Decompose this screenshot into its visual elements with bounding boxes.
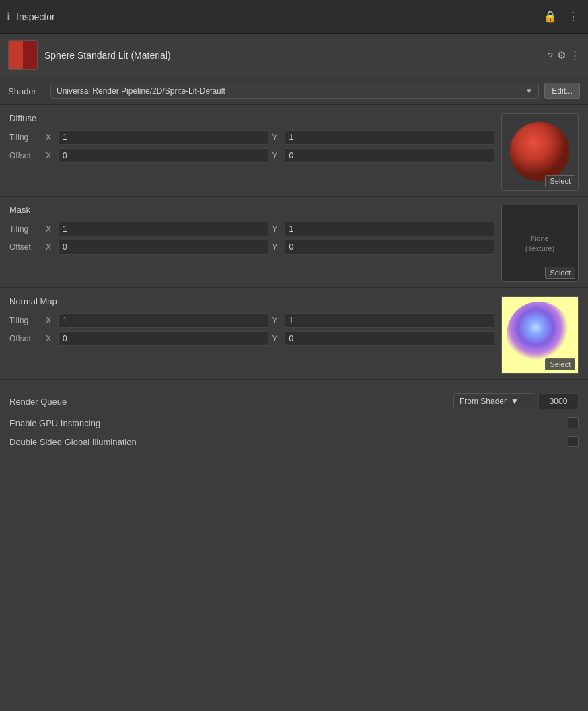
normal-map-tiling-y-input[interactable] [285,313,495,328]
inspector-body: Diffuse Tiling X Y Offset X Y [0,105,588,660]
inspector-title: Inspector [16,11,55,22]
mask-offset-x-input[interactable] [58,240,268,255]
material-icon [8,40,38,70]
normal-map-offset-x-input[interactable] [58,331,268,346]
mask-tiling-y-input[interactable] [285,222,495,236]
normal-map-offset-row: Offset X Y [9,331,494,346]
normal-map-offset-y-label: Y [272,334,281,343]
diffuse-offset-x-input[interactable] [58,148,268,163]
diffuse-section: Diffuse Tiling X Y Offset X Y [0,105,588,197]
dropdown-arrow-icon: ▼ [525,86,533,96]
diffuse-label: Diffuse [9,113,36,123]
diffuse-tiling-y-label: Y [272,133,281,142]
material-info: Sphere Standard Lit (Material) [44,50,541,61]
mask-texture-preview: None (Texture) Select [501,205,579,282]
diffuse-tiling-x-label: X [46,133,54,142]
more-options-button[interactable]: ⋮ [565,9,581,24]
render-queue-dropdown-arrow-icon: ▼ [511,397,519,406]
normal-map-tiling-x-input[interactable] [58,313,268,328]
diffuse-tiling-rows: Diffuse Tiling X Y Offset X Y [9,113,494,166]
mask-tiling-label: Tiling [9,224,42,234]
normal-map-label: Normal Map [9,296,57,306]
normal-map-offset-x-label: X [46,334,54,343]
normal-map-texture-preview: Select [501,296,579,374]
overflow-button[interactable]: ⋮ [570,49,580,61]
diffuse-tiling-y-input[interactable] [285,130,495,145]
render-queue-label: Render Queue [9,397,448,407]
mask-offset-row: Offset X Y [9,240,494,255]
diffuse-offset-x-label: X [46,151,54,160]
edit-shader-button[interactable]: Edit... [544,83,580,99]
info-icon: ℹ [7,11,11,23]
svg-point-3 [507,302,571,366]
gpu-instancing-label: Enable GPU Instancing [9,418,562,428]
render-queue-value: 3000 [538,393,579,409]
shader-label: Shader [8,86,45,96]
help-button[interactable]: ? [548,50,553,61]
mask-offset-y-label: Y [272,242,281,252]
mask-offset-x-label: X [46,242,54,252]
settings-button[interactable]: ⚙ [557,49,566,61]
gpu-instancing-row: Enable GPU Instancing [9,413,579,432]
render-queue-row: Render Queue From Shader ▼ 3000 [9,389,579,413]
lock-button[interactable]: 🔒 [541,9,560,24]
mask-tiling-row: Tiling X Y [9,222,494,236]
gpu-instancing-checkbox[interactable] [568,417,579,428]
double-sided-gi-label: Double Sided Global Illumination [9,437,562,447]
material-name: Sphere Standard Lit (Material) [44,50,541,61]
double-sided-gi-checkbox[interactable] [568,436,579,447]
diffuse-offset-label: Offset [9,151,42,160]
normal-map-offset-y-input[interactable] [285,331,495,346]
normal-map-tiling-row: Tiling X Y [9,313,494,328]
mask-tiling-y-label: Y [272,224,281,234]
diffuse-tiling-x-input[interactable] [58,130,268,145]
diffuse-offset-row: Offset X Y [9,148,494,163]
mask-label: Mask [9,205,30,215]
shader-dropdown-value: Universal Render Pipeline/2D/Sprite-Lit-… [57,86,225,96]
diffuse-select-button[interactable]: Select [545,175,575,187]
double-sided-gi-row: Double Sided Global Illumination [9,432,579,451]
normal-map-select-button[interactable]: Select [545,358,575,370]
mask-select-button[interactable]: Select [545,267,575,279]
render-queue-dropdown[interactable]: From Shader ▼ [453,393,534,409]
mask-none-label: None (Texture) [525,233,554,254]
mask-offset-label: Offset [9,242,42,252]
normal-map-tiling-rows: Normal Map Tiling X Y Offset X Y [9,296,494,349]
material-header-icons: ? ⚙ ⋮ [548,49,580,61]
normal-map-tiling-y-label: Y [272,316,281,325]
settings-section: Render Queue From Shader ▼ 3000 Enable G… [0,380,588,458]
diffuse-tiling-row: Tiling X Y [9,130,494,145]
title-bar: ℹ Inspector 🔒 ⋮ [0,0,588,34]
mask-tiling-x-input[interactable] [58,222,268,236]
mask-section: Mask Tiling X Y Offset X Y [0,197,588,288]
diffuse-tiling-label: Tiling [9,133,42,142]
mask-offset-y-input[interactable] [285,240,495,255]
diffuse-offset-y-label: Y [272,151,281,160]
shader-row: Shader Universal Render Pipeline/2D/Spri… [0,77,588,105]
normal-map-tiling-x-label: X [46,316,54,325]
mask-tiling-rows: Mask Tiling X Y Offset X Y [9,205,494,258]
mask-tiling-x-label: X [46,224,54,234]
diffuse-offset-y-input[interactable] [285,148,495,163]
normal-map-offset-label: Offset [9,334,42,343]
diffuse-texture-preview: Select [501,113,579,191]
shader-dropdown[interactable]: Universal Render Pipeline/2D/Sprite-Lit-… [50,83,539,99]
empty-area [0,458,588,660]
render-queue-dropdown-value: From Shader [460,397,507,406]
material-header: Sphere Standard Lit (Material) ? ⚙ ⋮ [0,34,588,77]
normal-map-tiling-label: Tiling [9,316,42,325]
render-queue-controls: From Shader ▼ 3000 [453,393,579,409]
svg-point-1 [510,122,569,181]
normal-map-section: Normal Map Tiling X Y Offset X Y [0,288,588,380]
